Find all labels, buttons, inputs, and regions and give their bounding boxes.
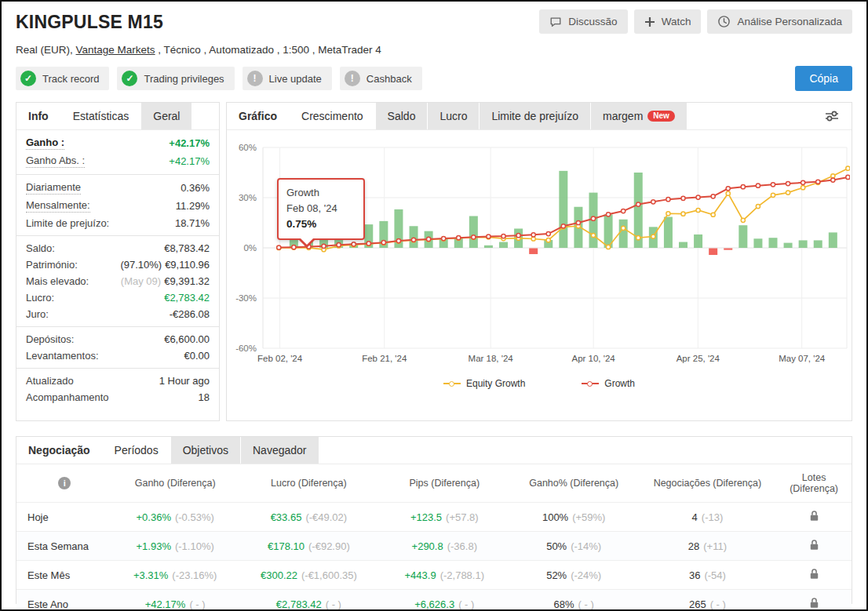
cell-value: 50% [546, 540, 567, 552]
broker-link[interactable]: Vantage Markets [76, 44, 155, 56]
watch-button[interactable]: Watch [634, 9, 702, 34]
lots-locked-button[interactable] [809, 510, 819, 524]
tab-info[interactable]: Info [16, 103, 60, 129]
svg-text:-30%: -30% [235, 293, 257, 303]
cell-diff: ( - ) [710, 598, 726, 610]
copy-button[interactable]: Cópia [795, 66, 852, 91]
info-icon[interactable]: i [58, 477, 71, 489]
legend-marker-icon [582, 383, 599, 384]
tab-label: Períodos [115, 444, 159, 456]
main-section: InfoEstatísticasGeral Ganho :+42.17%Ganh… [2, 91, 866, 421]
periods-tabs: NegociaçãoPeríodosObjetivosNavegador [16, 437, 852, 464]
tab-gr-fico[interactable]: Gráfico [227, 103, 289, 129]
stat-value: €0.00 [184, 350, 210, 362]
tab-label: Navegador [253, 444, 307, 456]
svg-text:Apr 25, '24: Apr 25, '24 [677, 354, 720, 363]
cell-pips-diferen-a: +123.5(+57.8) [380, 503, 509, 532]
stat-value: 1 Hour ago [159, 375, 210, 387]
stat-value: -€286.08 [170, 308, 210, 320]
tab-per-odos[interactable]: Períodos [103, 437, 170, 464]
stat-group-2: Saldo:€8,783.42Património:(97.10%)€9,110… [16, 235, 219, 326]
info-panel: InfoEstatísticasGeral Ganho :+42.17%Ganh… [16, 102, 220, 421]
tab-navegador[interactable]: Navegador [241, 437, 319, 464]
cell-value: +123.5 [410, 511, 442, 523]
stat-group-1: Diariamente0.36%Mensalmente:11.29%Limite… [16, 174, 219, 235]
svg-text:0%: 0% [243, 243, 257, 253]
stat-label: Juro: [26, 308, 49, 320]
cell-lucro-diferen-a: €33.65(-€49.02) [238, 503, 380, 532]
tab-limite-de-preju-zo[interactable]: Limite de prejuízo [480, 103, 590, 129]
custom-analysis-button[interactable]: Análise Personalizada [707, 9, 852, 34]
cell-diff: (-23.16%) [172, 569, 217, 581]
lots-locked-button[interactable] [809, 597, 819, 611]
cell-value: +1.93% [137, 540, 171, 552]
tab-lucro[interactable]: Lucro [428, 103, 479, 129]
badges-row: ✓Track record✓Trading privileges!Live up… [16, 66, 852, 91]
legend-item-equity-growth[interactable]: Equity Growth [443, 378, 525, 389]
tab-negocia-o[interactable]: Negociação [16, 437, 102, 464]
svg-text:Apr 10, '24: Apr 10, '24 [571, 354, 615, 363]
stat-value: 11.29% [176, 200, 210, 212]
stat-value: (97.10%)€9,110.96 [120, 259, 210, 271]
badge-label: Trading privileges [144, 73, 224, 85]
stat-row-limite-de-preju-zo: Limite de prejuízo:18.71% [16, 215, 219, 231]
badge-live-update[interactable]: !Live update [243, 67, 332, 90]
cell-diff: (+59%) [572, 511, 605, 523]
lock-icon [809, 539, 819, 551]
table-header-row: iGanho (Diferença)Lucro (Diferença)Pips … [16, 464, 852, 503]
discussion-button[interactable]: Discussão [539, 9, 627, 34]
column-pips-diferen-a: Pips (Diferença) [380, 464, 509, 503]
growth-chart-svg[interactable]: 60%30%0%-30%-60%Feb 02, '24Feb 21, '24Ma… [227, 138, 850, 367]
cell-ganho-diferen-a: +0.36%(-0.53%) [112, 503, 238, 532]
badge-track-record[interactable]: ✓Track record [16, 67, 109, 90]
stat-label: Mensalmente: [26, 199, 90, 213]
svg-text:30%: 30% [239, 193, 257, 202]
stat-row-acompanhamento: Acompanhamento18 [16, 389, 219, 406]
cell-value: +6,626.3 [414, 598, 454, 610]
tab-saldo[interactable]: Saldo [376, 103, 428, 129]
cell-ganho-diferen-a: 52%(-24%) [509, 561, 639, 590]
cell-diff: (+11) [703, 540, 727, 552]
cell-lotes [776, 532, 852, 561]
growth-chart[interactable]: 60%30%0%-30%-60%Feb 02, '24Feb 21, '24Ma… [227, 130, 852, 370]
cell-lucro-diferen-a: €178.10(-€92.90) [238, 532, 380, 561]
tab-crescimento[interactable]: Crescimento [290, 103, 375, 129]
stat-value: 0.36% [181, 182, 210, 194]
cell-value: 52% [546, 569, 567, 581]
cell-diff: (-€92.90) [308, 540, 350, 552]
tab-label: Estatísticas [73, 110, 129, 122]
tab-label: margem [603, 110, 643, 122]
legend-item-growth[interactable]: Growth [582, 378, 635, 389]
column-ganho-diferen-a: Ganho (Diferença) [112, 464, 238, 503]
check-circle-icon: ✓ [20, 71, 36, 86]
cell-ganho-diferen-a: 50%(-14%) [509, 532, 639, 561]
period-label: Esta Semana [16, 532, 112, 561]
tab-margem[interactable]: margemNew [591, 103, 687, 129]
tooltip-value: 0.75% [286, 216, 356, 233]
lots-locked-button[interactable] [809, 539, 819, 553]
clock-icon [717, 15, 731, 28]
badge-cashback[interactable]: !Cashback [340, 67, 422, 90]
svg-text:Mar 18, '24: Mar 18, '24 [469, 354, 514, 363]
cell-ganho-diferen-a: +3.31%(-23.16%) [112, 561, 238, 590]
cell-diff: (-14%) [571, 540, 601, 552]
stat-row-saldo: Saldo:€8,783.42 [16, 240, 219, 256]
stat-label: Ganho : [26, 136, 64, 150]
tab-geral[interactable]: Geral [141, 103, 191, 129]
badge-trading-privileges[interactable]: ✓Trading privileges [117, 67, 234, 90]
tab-label: Negociação [28, 444, 90, 456]
sliders-icon [823, 108, 841, 124]
discussion-label: Discussão [568, 16, 617, 27]
cell-diff: ( - ) [189, 598, 205, 610]
tab-objetivos[interactable]: Objetivos [171, 437, 240, 464]
stat-value: €8,783.42 [164, 242, 210, 254]
chart-settings-button[interactable] [820, 103, 844, 129]
lots-locked-button[interactable] [809, 568, 819, 582]
cell-value: €300.22 [261, 569, 297, 581]
cell-value: +290.8 [412, 540, 443, 552]
info-tabs: InfoEstatísticasGeral [16, 103, 219, 130]
cell-value: +42.17% [145, 598, 186, 610]
tab-label: Gráfico [239, 110, 277, 122]
tab-estat-sticas[interactable]: Estatísticas [61, 103, 141, 129]
cell-lucro-diferen-a: €300.22(-€1,600.35) [238, 561, 380, 590]
